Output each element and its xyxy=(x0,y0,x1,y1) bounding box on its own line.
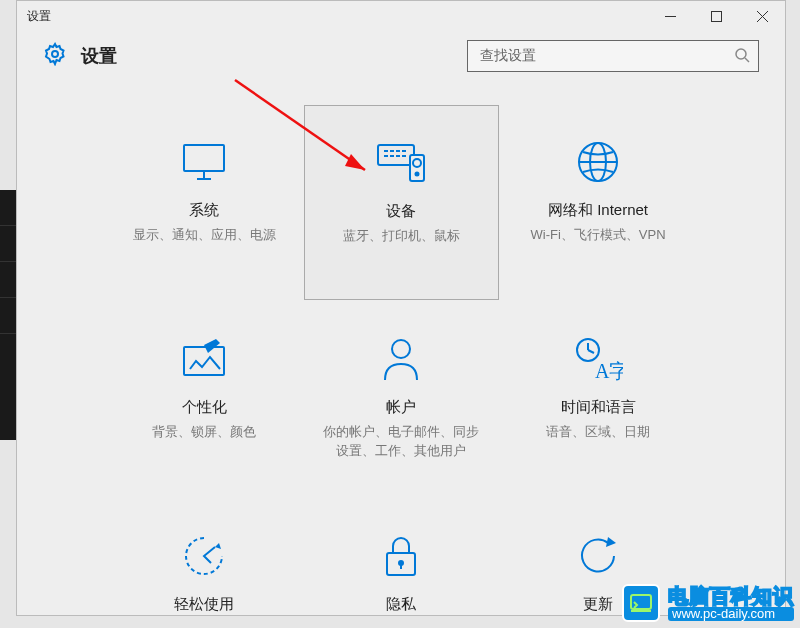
tile-ease-of-access[interactable]: 轻松使用 讲述人、放大镜、高对 xyxy=(107,499,302,615)
svg-rect-1 xyxy=(711,11,721,21)
tile-title: 网络和 Internet xyxy=(548,201,648,220)
monitor-icon xyxy=(179,135,229,189)
tile-desc: 你的帐户、电子邮件、同步设置、工作、其他用户 xyxy=(304,423,499,461)
tile-devices[interactable]: 设备 蓝牙、打印机、鼠标 xyxy=(304,105,499,300)
tile-system[interactable]: 系统 显示、通知、应用、电源 xyxy=(107,105,302,300)
svg-point-26 xyxy=(392,340,410,358)
search-input[interactable]: 查找设置 xyxy=(467,40,759,72)
svg-text:A字: A字 xyxy=(595,360,623,382)
lock-icon xyxy=(382,529,420,583)
svg-line-29 xyxy=(588,350,594,353)
ease-icon xyxy=(181,529,227,583)
devices-icon xyxy=(374,136,428,190)
tile-desc: 蓝牙、打印机、鼠标 xyxy=(329,227,474,246)
svg-marker-35 xyxy=(606,537,616,547)
tile-desc: 语音、区域、日期 xyxy=(532,423,664,442)
tile-network[interactable]: 网络和 Internet Wi-Fi、飞行模式、VPN xyxy=(501,105,696,300)
window-title: 设置 xyxy=(27,8,51,25)
svg-point-5 xyxy=(736,49,746,59)
globe-icon xyxy=(575,135,621,189)
watermark-text-en: www.pc-daily.com xyxy=(668,607,794,621)
personalization-icon xyxy=(180,332,228,386)
page-title: 设置 xyxy=(81,44,117,68)
tile-desc: 显示、通知、应用、电源 xyxy=(119,226,290,245)
watermark: 电脑百科知识 www.pc-daily.com xyxy=(622,584,794,622)
tile-personalization[interactable]: 个性化 背景、锁屏、颜色 xyxy=(107,302,302,497)
subheader: 设置 查找设置 xyxy=(17,31,785,81)
titlebar: 设置 xyxy=(17,1,785,31)
tile-title: 系统 xyxy=(189,201,219,220)
tile-title: 更新 xyxy=(583,595,613,614)
tile-title: 轻松使用 xyxy=(174,595,234,614)
svg-rect-7 xyxy=(184,145,224,171)
search-placeholder: 查找设置 xyxy=(480,47,734,65)
tile-title: 设备 xyxy=(386,202,416,221)
titlebar-controls xyxy=(647,1,785,31)
svg-point-4 xyxy=(52,51,58,57)
settings-window: 设置 设置 查找设置 xyxy=(16,0,786,616)
svg-marker-31 xyxy=(215,543,221,549)
time-language-icon: A字 xyxy=(573,332,623,386)
svg-point-21 xyxy=(416,173,419,176)
maximize-button[interactable] xyxy=(693,1,739,31)
external-sidebar xyxy=(0,190,16,440)
tile-desc: Wi-Fi、飞行模式、VPN xyxy=(516,226,679,245)
tile-accounts[interactable]: 帐户 你的帐户、电子邮件、同步设置、工作、其他用户 xyxy=(304,302,499,497)
search-icon xyxy=(734,47,750,66)
watermark-text-cn: 电脑百科知识 xyxy=(668,585,794,607)
update-icon xyxy=(575,529,621,583)
tile-desc: 背景、锁屏、颜色 xyxy=(138,423,270,442)
tile-privacy[interactable]: 隐私 位置、相机 xyxy=(304,499,499,615)
close-button[interactable] xyxy=(739,1,785,31)
tile-title: 隐私 xyxy=(386,595,416,614)
tile-time-language[interactable]: A字 时间和语言 语音、区域、日期 xyxy=(501,302,696,497)
person-icon xyxy=(381,332,421,386)
minimize-button[interactable] xyxy=(647,1,693,31)
tiles-grid: 系统 显示、通知、应用、电源 设备 蓝牙、打印机、鼠标 xyxy=(107,105,696,615)
content-area: 系统 显示、通知、应用、电源 设备 蓝牙、打印机、鼠标 xyxy=(17,81,785,615)
svg-point-33 xyxy=(399,561,403,565)
watermark-badge-icon xyxy=(622,584,660,622)
svg-line-6 xyxy=(745,58,749,62)
tile-title: 时间和语言 xyxy=(561,398,636,417)
gear-icon xyxy=(43,42,67,70)
svg-rect-25 xyxy=(184,347,224,375)
tile-title: 个性化 xyxy=(182,398,227,417)
tile-title: 帐户 xyxy=(386,398,416,417)
